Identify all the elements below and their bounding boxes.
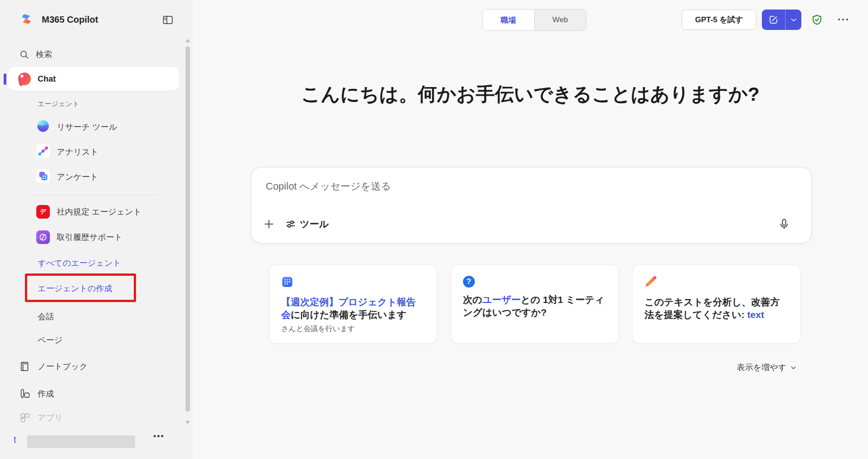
greeting-heading: こんにちは。何かお手伝いできることはありますか?: [193, 82, 868, 107]
scrollbar-thumb[interactable]: [185, 46, 190, 412]
create-label: 作成: [38, 388, 54, 399]
card-question-user-link[interactable]: ユーザー: [482, 294, 521, 305]
plus-icon: [263, 218, 275, 230]
pages-label: ページ: [38, 335, 63, 346]
calendar-icon: [281, 282, 293, 289]
tools-label: ツール: [300, 218, 329, 230]
sidebar-item-transaction-history-agent[interactable]: 取引履歴サポート: [0, 226, 186, 248]
scope-tab-web[interactable]: Web: [535, 10, 586, 30]
sidebar-collapse-button[interactable]: [161, 13, 175, 27]
survey-label: アンケート: [57, 171, 98, 182]
researcher-label: リサーチ ツール: [57, 122, 117, 132]
account-name-redacted: [27, 435, 135, 448]
suggestion-card-next-meeting[interactable]: ? 次のユーザーとの 1対1 ミーティングはいつですか?: [451, 264, 619, 344]
chat-icon: [18, 73, 31, 85]
search-icon: [19, 49, 29, 60]
card-meeting-text: に向けた準備を手伝います: [291, 309, 406, 320]
microphone-icon: [778, 218, 790, 230]
sidebar: M365 Copilot 検索 Chat エージェント: [0, 0, 193, 459]
card-meeting-subtitle: さんと会議を行います: [281, 324, 425, 334]
new-chat-split-button: [762, 10, 801, 30]
scrollbar-up-arrow[interactable]: [185, 39, 190, 42]
notebooks-label: ノートブック: [38, 361, 88, 372]
new-chat-button[interactable]: [762, 10, 785, 30]
header-more-button[interactable]: [838, 14, 848, 25]
scope-toggle: 職場 Web: [482, 9, 586, 31]
new-chat-icon: [768, 15, 779, 25]
composer: ツール: [251, 167, 812, 244]
show-more-button[interactable]: 表示を増やす: [737, 362, 797, 373]
chevron-down-icon: [790, 16, 798, 24]
message-input[interactable]: [265, 178, 782, 195]
apps-icon: [19, 412, 31, 424]
conversations-label: 会話: [38, 311, 54, 322]
card-question-pre: 次の: [463, 294, 483, 305]
suggestion-cards: 【週次定例】プロジェクト報告会に向けた準備を手伝います さんと会議を行います ?…: [269, 264, 800, 344]
show-more-label: 表示を増やす: [737, 362, 786, 373]
app-title: M365 Copilot: [42, 15, 98, 25]
card-analyze-text-link[interactable]: text: [747, 309, 764, 320]
try-gpt5-button[interactable]: GPT-5 を試す: [682, 10, 756, 30]
suggestion-card-analyze-text[interactable]: このテキストを分析し、改善方法を提案してください: text: [632, 264, 800, 344]
analyst-icon: [36, 144, 50, 160]
sidebar-item-apps[interactable]: アプリ: [0, 407, 186, 429]
selected-indicator: [4, 73, 6, 85]
tools-sliders-icon: [285, 218, 297, 230]
account-more-button[interactable]: •••: [153, 432, 165, 441]
sidebar-item-internal-rules-agent[interactable]: デ 社内規定 エージェント: [0, 201, 186, 223]
chat-label: Chat: [38, 74, 56, 84]
shield-check-icon: [811, 14, 823, 26]
create-icon: [19, 388, 31, 400]
internal-rules-agent-icon: デ: [36, 205, 50, 219]
tools-button[interactable]: ツール: [281, 214, 332, 234]
account-initial: t: [14, 435, 16, 445]
mic-button[interactable]: [774, 214, 794, 234]
protected-status-button[interactable]: [810, 13, 824, 26]
search-label: 検索: [36, 49, 52, 60]
sidebar-item-notebooks[interactable]: ノートブック: [0, 356, 186, 377]
researcher-icon: [36, 119, 50, 135]
transaction-history-agent-label: 取引履歴サポート: [57, 232, 122, 243]
agents-section-label: エージェント: [38, 100, 79, 108]
new-chat-dropdown-button[interactable]: [785, 10, 801, 30]
panel-toggle-icon: [162, 14, 174, 26]
sidebar-item-create[interactable]: 作成: [0, 383, 186, 405]
suggestion-card-meeting-prep[interactable]: 【週次定例】プロジェクト報告会に向けた準備を手伝います さんと会議を行います: [269, 264, 437, 344]
internal-rules-agent-label: 社内規定 エージェント: [57, 206, 141, 217]
analyst-label: アナリスト: [57, 146, 98, 157]
create-agent-link[interactable]: エージェントの作成: [38, 283, 112, 294]
transaction-history-agent-icon: [36, 230, 50, 244]
sidebar-item-analyst[interactable]: アナリスト: [0, 141, 186, 163]
sidebar-item-survey[interactable]: アンケート: [0, 166, 186, 188]
scope-tab-work[interactable]: 職場: [483, 10, 535, 30]
sidebar-item-chat[interactable]: Chat: [8, 67, 179, 91]
sidebar-item-conversations[interactable]: 会話: [0, 306, 186, 327]
sidebar-item-pages[interactable]: ページ: [0, 329, 186, 351]
all-agents-link[interactable]: すべてのエージェント: [38, 258, 121, 269]
scrollbar-down-arrow[interactable]: [185, 421, 190, 424]
survey-icon: [36, 169, 50, 185]
pencil-icon: [644, 282, 657, 289]
chevron-down-icon: [790, 364, 797, 371]
apps-label: アプリ: [38, 412, 63, 423]
sidebar-divider: [28, 195, 159, 195]
m365-copilot-app: M365 Copilot 検索 Chat エージェント: [0, 0, 868, 459]
show-more-row: 表示を増やす: [269, 362, 797, 373]
sidebar-item-researcher[interactable]: リサーチ ツール: [0, 116, 186, 138]
notebook-icon: [19, 361, 31, 372]
add-attachment-button[interactable]: [259, 214, 279, 234]
copilot-logo-icon: [20, 13, 33, 25]
question-icon: ?: [463, 276, 475, 288]
sidebar-item-search[interactable]: 検索: [0, 44, 186, 65]
